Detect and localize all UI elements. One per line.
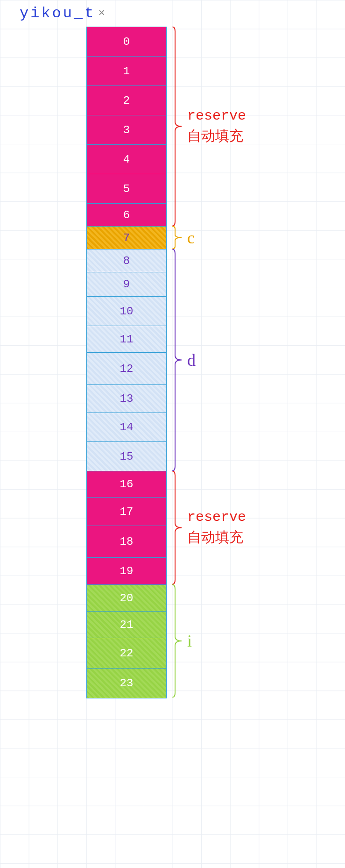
byte-cell-13: 13 bbox=[87, 385, 166, 413]
byte-cell-22: 22 bbox=[87, 638, 166, 669]
byte-cell-11: 11 bbox=[87, 326, 166, 353]
byte-cell-2: 2 bbox=[87, 86, 166, 115]
brace-label: d bbox=[187, 350, 196, 370]
brace-label: reserve 自动填充 bbox=[187, 106, 246, 148]
byte-cell-0: 0 bbox=[87, 27, 166, 57]
brace bbox=[171, 27, 182, 226]
byte-cell-7: 7 bbox=[87, 227, 166, 249]
byte-cell-12: 12 bbox=[87, 353, 166, 385]
brace-label: c bbox=[187, 228, 195, 248]
brace-label: i bbox=[187, 631, 192, 651]
title-text: yikou_t bbox=[20, 5, 95, 22]
byte-cell-3: 3 bbox=[87, 115, 166, 145]
byte-cell-15: 15 bbox=[87, 442, 166, 471]
brace bbox=[171, 249, 182, 471]
brace bbox=[171, 584, 182, 697]
close-icon: × bbox=[98, 7, 106, 20]
byte-cell-23: 23 bbox=[87, 669, 166, 698]
struct-title: yikou_t× bbox=[20, 5, 107, 22]
byte-cell-6: 6 bbox=[87, 204, 166, 227]
byte-cell-19: 19 bbox=[87, 558, 166, 585]
byte-cell-4: 4 bbox=[87, 145, 166, 174]
byte-cell-20: 20 bbox=[87, 585, 166, 612]
brace bbox=[171, 226, 182, 249]
memory-stack: 01234567891011121314151617181920212223 bbox=[86, 27, 167, 698]
byte-cell-8: 8 bbox=[87, 249, 166, 272]
byte-cell-18: 18 bbox=[87, 526, 166, 558]
byte-cell-9: 9 bbox=[87, 272, 166, 297]
byte-cell-16: 16 bbox=[87, 471, 166, 498]
byte-cell-5: 5 bbox=[87, 174, 166, 204]
brace-label: reserve 自动填充 bbox=[187, 507, 246, 549]
brace bbox=[171, 471, 182, 584]
byte-cell-17: 17 bbox=[87, 498, 166, 526]
byte-cell-1: 1 bbox=[87, 57, 166, 86]
byte-cell-14: 14 bbox=[87, 413, 166, 442]
byte-cell-10: 10 bbox=[87, 297, 166, 326]
byte-cell-21: 21 bbox=[87, 612, 166, 638]
